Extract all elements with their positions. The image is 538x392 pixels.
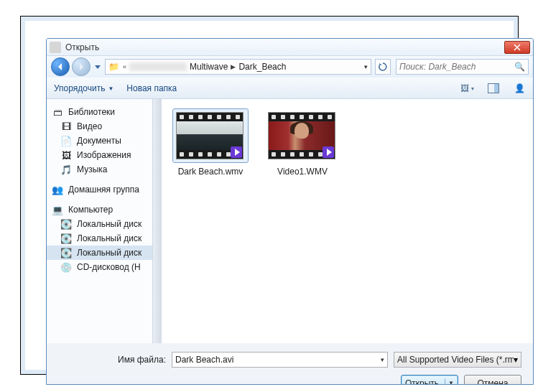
music-icon: 🎵 xyxy=(60,164,73,175)
filetype-filter[interactable]: All Supported Video Files (*.rm; ▾ xyxy=(394,352,521,368)
help-button[interactable]: 👤 xyxy=(513,82,526,95)
organize-menu[interactable]: Упорядочить▼ xyxy=(54,83,113,93)
disk-icon: 💽 xyxy=(60,218,73,230)
view-options-button[interactable]: 🖼▼ xyxy=(461,82,474,95)
back-button[interactable] xyxy=(51,57,70,76)
path-segment[interactable]: Multiwave xyxy=(190,62,228,72)
tree-documents[interactable]: 📄Документы xyxy=(47,134,161,148)
open-file-dialog: Открыть 📁 « Multiwave ▶ Dark_Beach ▾ 🔍 У… xyxy=(46,38,534,385)
titlebar: Открыть xyxy=(47,39,533,56)
path-segment[interactable]: Dark_Beach xyxy=(238,62,286,72)
filter-value: All Supported Video Files (*.rm; xyxy=(397,355,514,365)
preview-pane-button[interactable] xyxy=(487,82,500,95)
new-folder-button[interactable]: Новая папка xyxy=(126,83,177,93)
cd-icon: 💿 xyxy=(60,261,73,273)
file-list[interactable]: Dark Beach.wmv Video1.WMV xyxy=(162,99,533,343)
navigation-tree[interactable]: 🗃Библиотеки 🎞Видео 📄Документы 🖼Изображен… xyxy=(47,99,162,343)
folder-icon: 📁 xyxy=(108,62,120,72)
file-name: Video1.WMV xyxy=(265,167,340,177)
refresh-icon xyxy=(378,62,388,72)
images-icon: 🖼 xyxy=(60,149,73,161)
refresh-button[interactable] xyxy=(375,59,391,75)
filename-input[interactable]: Dark Beach.avi ▾ xyxy=(172,352,388,368)
search-icon: 🔍 xyxy=(514,62,525,72)
tree-libraries[interactable]: 🗃Библиотеки xyxy=(47,105,161,119)
tree-disk[interactable]: 💽Локальный диск xyxy=(47,231,161,246)
disk-icon: 💽 xyxy=(60,247,73,258)
tree-disk-selected[interactable]: 💽Локальный диск xyxy=(47,246,161,260)
chevron-right-icon: ▶ xyxy=(231,63,236,70)
svg-rect-1 xyxy=(494,84,498,93)
libraries-icon: 🗃 xyxy=(51,106,64,118)
cancel-button[interactable]: Отмена xyxy=(464,375,521,385)
tree-computer[interactable]: 💻Компьютер xyxy=(47,202,161,217)
dialog-footer: Имя файла: Dark Beach.avi ▾ All Supporte… xyxy=(47,343,533,385)
file-item[interactable]: Video1.WMV xyxy=(265,109,340,177)
open-button[interactable]: Открыть▼ xyxy=(401,375,458,385)
chevron-down-icon[interactable]: ▾ xyxy=(381,356,384,363)
new-folder-label: Новая папка xyxy=(126,83,177,93)
path-dropdown[interactable]: ▾ xyxy=(364,63,368,70)
disk-icon: 💽 xyxy=(60,233,73,244)
tree-cd[interactable]: 💿CD-дисковод (H xyxy=(47,260,161,274)
address-bar[interactable]: 📁 « Multiwave ▶ Dark_Beach ▾ xyxy=(105,59,371,75)
tree-splitter[interactable] xyxy=(152,99,161,343)
tree-video[interactable]: 🎞Видео xyxy=(47,119,161,134)
chevron-down-icon: ▼ xyxy=(108,85,113,92)
documents-icon: 📄 xyxy=(60,135,73,146)
close-button[interactable] xyxy=(504,41,530,54)
filename-value: Dark Beach.avi xyxy=(175,355,381,365)
tree-music[interactable]: 🎵Музыка xyxy=(47,162,161,177)
history-dropdown[interactable] xyxy=(93,59,103,75)
tree-disk[interactable]: 💽Локальный диск xyxy=(47,217,161,231)
computer-icon: 💻 xyxy=(51,204,64,215)
toolbar: Упорядочить▼ Новая папка 🖼▼ 👤 xyxy=(47,78,533,99)
close-icon xyxy=(514,44,521,51)
tree-images[interactable]: 🖼Изображения xyxy=(47,148,161,162)
chevron-down-icon[interactable]: ▼ xyxy=(448,380,454,385)
app-icon xyxy=(50,42,61,53)
dialog-body: 🗃Библиотеки 🎞Видео 📄Документы 🖼Изображен… xyxy=(47,99,533,343)
file-name: Dark Beach.wmv xyxy=(173,167,248,177)
file-thumbnail xyxy=(268,112,335,159)
homegroup-icon: 👥 xyxy=(51,184,64,195)
forward-button[interactable] xyxy=(72,57,91,76)
chevron-down-icon[interactable]: ▾ xyxy=(514,355,518,365)
play-icon xyxy=(323,146,334,158)
navigation-bar: 📁 « Multiwave ▶ Dark_Beach ▾ 🔍 xyxy=(47,56,533,78)
file-thumbnail xyxy=(176,112,244,159)
play-icon xyxy=(231,146,242,158)
tree-homegroup[interactable]: 👥Домашняя группа xyxy=(47,182,161,197)
window-title: Открыть xyxy=(65,42,99,52)
organize-label: Упорядочить xyxy=(54,83,105,93)
file-item-selected[interactable]: Dark Beach.wmv xyxy=(173,109,248,177)
filename-label: Имя файла: xyxy=(58,355,166,365)
search-box[interactable]: 🔍 xyxy=(396,59,529,75)
path-segment-hidden xyxy=(129,62,187,71)
video-icon: 🎞 xyxy=(60,121,73,132)
search-input[interactable] xyxy=(399,62,514,72)
chevron-icon: « xyxy=(123,63,126,70)
